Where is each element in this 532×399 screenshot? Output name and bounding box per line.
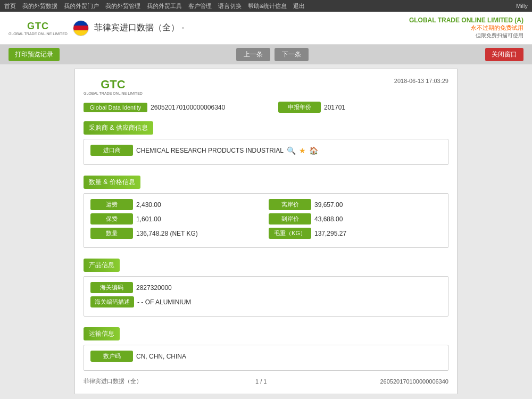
page-title: 菲律宾进口数据（全） - (94, 22, 185, 34)
top-close-button[interactable]: 关闭窗口 (485, 48, 523, 61)
buyer-supplier-section-header: 采购商 & 供应商信息 (84, 121, 153, 135)
report-year-label: 申报年份 (278, 102, 321, 113)
importer-value: CHEMICAL RESEARCH PRODUCTS INDUSTRIAL (136, 147, 284, 154)
cif-value: 43,688.00 (314, 215, 442, 223)
top-nav-user: Milly (516, 3, 528, 9)
logo-subtitle: GLOBAL TRADE ONLINE LIMITED (9, 32, 68, 36)
transport-section-header: 运输信息 (84, 327, 120, 340)
nav-language[interactable]: 语言切换 (218, 2, 242, 10)
search-icon-btn[interactable]: 🔍 (287, 146, 296, 155)
card-logo-text: GTC (101, 78, 125, 92)
card-logo-sub: GLOBAL TRADE ONLINE LIMITED (84, 92, 143, 95)
fob-row: 离岸价 39,657.00 (269, 199, 442, 210)
cif-label: 到岸价 (269, 213, 311, 225)
nav-management[interactable]: 我的外贸管理 (105, 2, 140, 10)
top-prev-button[interactable]: 上一条 (236, 48, 270, 61)
top-next-button[interactable]: 下一条 (275, 48, 309, 61)
global-data-id-label: Global Data Identity (84, 103, 147, 112)
insurance-row: 保费 1,601.00 (90, 213, 263, 225)
origin-label: 数户码 (90, 351, 133, 362)
top-toolbar: 打印预览记录 上一条 下一条 关闭窗口 (0, 45, 532, 64)
gross-weight-row: 毛重（KG） 137,295.27 (269, 228, 442, 239)
main-content: GTC GLOBAL TRADE ONLINE LIMITED 2018-06-… (0, 64, 532, 398)
trial-sub-text: 但限免费扫描可使用 (409, 32, 523, 39)
nav-logout[interactable]: 退出 (293, 2, 305, 10)
card-footer-page: 1 / 1 (255, 378, 267, 385)
top-print-button[interactable]: 打印预览记录 (9, 48, 60, 61)
cif-row: 到岸价 43,688.00 (269, 213, 442, 225)
global-data-id-value: 260520170100000006340 (151, 104, 275, 111)
country-flag (73, 20, 89, 36)
nav-home[interactable]: 首页 (4, 2, 16, 10)
importer-label: 进口商 (90, 145, 133, 156)
qty-price-section-header: 数量 & 价格信息 (84, 176, 140, 189)
hs-desc-label: 海关编码描述 (90, 296, 134, 307)
header-right: GLOBAL TRADE ONLINE LIMITED (A) 永不过期的免费试… (409, 16, 523, 39)
freight-label: 运费 (90, 199, 133, 210)
card-logo: GTC GLOBAL TRADE ONLINE LIMITED (84, 78, 143, 95)
left-col: 运费 2,430.00 保费 1,601.00 数量 136,748.28 (N… (90, 199, 263, 242)
origin-row: 数户码 CN, CHN, CHINA (90, 351, 442, 362)
fob-value: 39,657.00 (314, 201, 442, 209)
detail-card: GTC GLOBAL TRADE ONLINE LIMITED 2018-06-… (74, 69, 458, 394)
nav-customers[interactable]: 客户管理 (188, 2, 212, 10)
hs-desc-row: 海关编码描述 - - OF ALUMINIUM (90, 296, 442, 307)
buyer-supplier-section-box: 进口商 CHEMICAL RESEARCH PRODUCTS INDUSTRIA… (84, 139, 448, 165)
top-nav-links: 首页 我的外贸数据 我的外贸门户 我的外贸管理 我的外贸工具 客户管理 语言切换… (4, 2, 305, 10)
freight-value: 2,430.00 (136, 201, 263, 209)
star-icon-btn[interactable]: ★ (299, 146, 306, 155)
company-badge: GLOBAL TRADE ONLINE LIMITED (A) (409, 16, 523, 24)
nav-tools[interactable]: 我的外贸工具 (147, 2, 182, 10)
nav-portal[interactable]: 我的外贸门户 (64, 2, 99, 10)
hs-code-label: 海关编码 (90, 282, 133, 293)
quantity-value: 136,748.28 (NET KG) (136, 230, 263, 237)
top-navigation: 首页 我的外贸数据 我的外贸门户 我的外贸管理 我的外贸工具 客户管理 语言切换… (0, 0, 532, 12)
hs-code-value: 2827320000 (136, 284, 442, 292)
nav-help[interactable]: 帮助&统计信息 (248, 2, 287, 10)
product-section-header: 产品信息 (84, 259, 120, 272)
report-year-value: 201701 (324, 104, 448, 111)
nav-mydata[interactable]: 我的外贸数据 (22, 2, 57, 10)
card-header: GTC GLOBAL TRADE ONLINE LIMITED 2018-06-… (84, 78, 448, 95)
product-section-box: 海关编码 2827320000 海关编码描述 - - OF ALUMINIUM (84, 276, 448, 317)
qty-price-section-box: 运费 2,430.00 保费 1,601.00 数量 136,748.28 (N… (84, 193, 448, 248)
importer-value-row: CHEMICAL RESEARCH PRODUCTS INDUSTRIAL 🔍 … (136, 146, 318, 155)
trial-text: 永不过期的免费试用 (409, 24, 523, 32)
top-nav-buttons: 上一条 下一条 (236, 48, 309, 61)
freight-row: 运费 2,430.00 (90, 199, 263, 210)
card-footer-left: 菲律宾进口数据（全） (84, 377, 142, 385)
logo-text: GTC (27, 21, 49, 32)
quantity-row: 数量 136,748.28 (NET KG) (90, 228, 263, 239)
right-col: 离岸价 39,657.00 到岸价 43,688.00 毛重（KG） 137,2… (269, 199, 442, 242)
transport-section-box: 数户码 CN, CHN, CHINA (84, 345, 448, 371)
qty-price-grid: 运费 2,430.00 保费 1,601.00 数量 136,748.28 (N… (90, 199, 442, 242)
gross-weight-value: 137,295.27 (314, 230, 442, 237)
page-header: GTC GLOBAL TRADE ONLINE LIMITED 菲律宾进口数据（… (0, 12, 532, 45)
header-left: GTC GLOBAL TRADE ONLINE LIMITED 菲律宾进口数据（… (9, 20, 185, 36)
fob-label: 离岸价 (269, 199, 311, 210)
card-footer-id: 260520170100000006340 (380, 378, 448, 385)
gross-weight-label: 毛重（KG） (269, 228, 311, 239)
origin-value: CN, CHN, CHINA (136, 353, 442, 360)
insurance-value: 1,601.00 (136, 215, 263, 223)
hs-code-row: 海关编码 2827320000 (90, 282, 442, 293)
global-data-id-row: Global Data Identity 2605201701000000063… (84, 102, 448, 113)
hs-desc-value: - - OF ALUMINIUM (137, 298, 442, 306)
insurance-label: 保费 (90, 213, 133, 225)
home-icon-btn[interactable]: 🏠 (309, 146, 318, 155)
quantity-label: 数量 (90, 228, 133, 239)
importer-row: 进口商 CHEMICAL RESEARCH PRODUCTS INDUSTRIA… (90, 145, 442, 156)
card-footer: 菲律宾进口数据（全） 1 / 1 260520170100000006340 (84, 377, 448, 385)
card-timestamp: 2018-06-13 17:03:29 (394, 78, 448, 84)
logo: GTC GLOBAL TRADE ONLINE LIMITED (9, 21, 68, 36)
